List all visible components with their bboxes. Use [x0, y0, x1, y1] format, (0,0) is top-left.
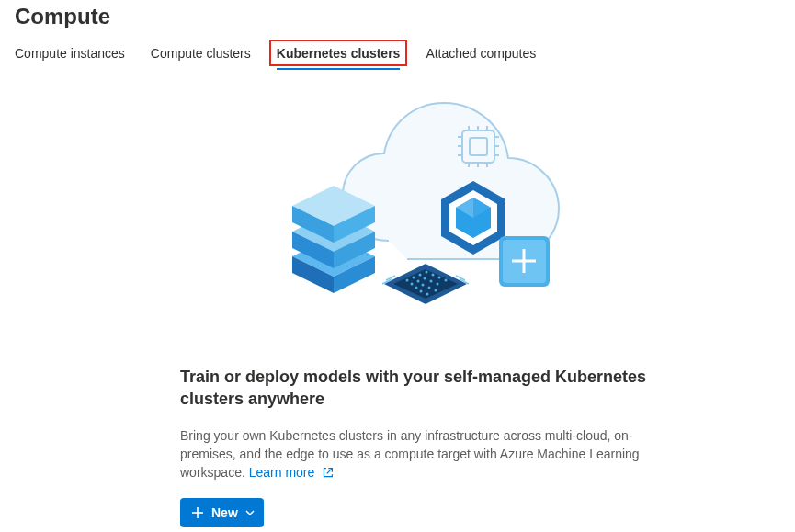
svg-point-37	[410, 283, 413, 286]
learn-more-link[interactable]: Learn more	[249, 465, 334, 480]
svg-point-41	[436, 283, 438, 286]
tabs: Compute instances Compute clusters Kuber…	[15, 42, 780, 68]
svg-point-33	[425, 271, 427, 274]
svg-point-46	[419, 290, 422, 293]
page-title: Compute	[15, 4, 780, 29]
svg-point-42	[415, 287, 417, 289]
svg-line-56	[327, 469, 333, 474]
svg-point-38	[416, 280, 419, 283]
external-link-icon	[322, 467, 334, 479]
svg-marker-29	[393, 269, 458, 299]
new-button-label: New	[211, 505, 238, 520]
svg-point-43	[421, 284, 424, 287]
svg-point-30	[405, 279, 408, 282]
tab-kubernetes-clusters[interactable]: Kubernetes clusters	[277, 42, 401, 68]
tab-label: Kubernetes clusters	[277, 46, 401, 61]
svg-point-31	[412, 277, 415, 279]
chevron-down-icon	[245, 508, 255, 517]
svg-point-35	[437, 277, 440, 279]
kubernetes-illustration	[205, 94, 591, 342]
tab-compute-instances[interactable]: Compute instances	[15, 42, 125, 68]
svg-point-44	[427, 287, 430, 289]
empty-state-description: Bring your own Kubernetes clusters in an…	[180, 426, 658, 481]
empty-state-headline: Train or deploy models with your self-ma…	[180, 366, 658, 410]
svg-point-39	[423, 277, 426, 280]
new-button[interactable]: New	[180, 498, 264, 527]
svg-point-34	[431, 274, 434, 277]
tab-compute-clusters[interactable]: Compute clusters	[151, 42, 251, 68]
svg-point-32	[418, 274, 421, 277]
tab-attached-computes[interactable]: Attached computes	[426, 42, 536, 68]
svg-point-47	[426, 293, 428, 296]
plus-icon	[191, 506, 204, 519]
empty-state: Train or deploy models with your self-ma…	[15, 85, 780, 527]
svg-point-40	[429, 280, 432, 283]
svg-point-45	[434, 289, 437, 292]
learn-more-label: Learn more	[249, 465, 315, 480]
svg-point-36	[444, 279, 447, 282]
